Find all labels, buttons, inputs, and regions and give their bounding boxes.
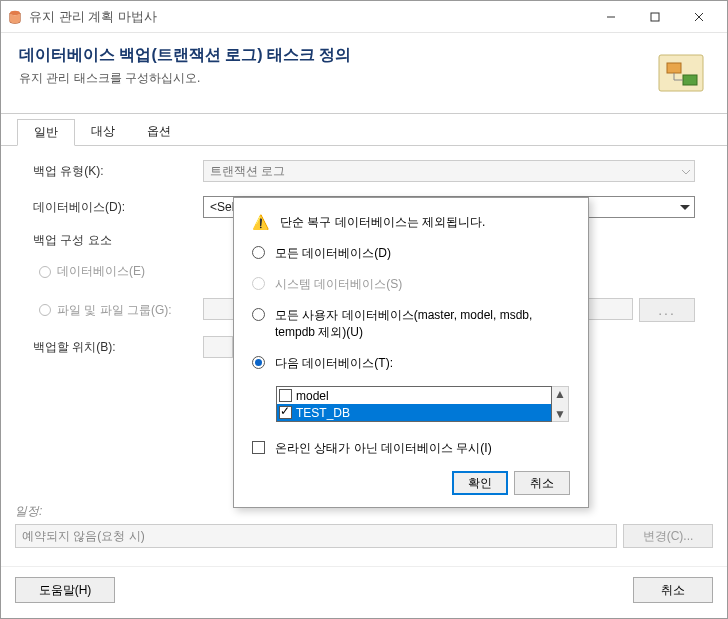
ok-button[interactable]: 확인 — [452, 471, 508, 495]
backup-to-combo — [203, 336, 233, 358]
database-radio-label: 데이터베이스(E) — [57, 263, 145, 280]
change-schedule-button: 변경(C)... — [623, 524, 713, 548]
chevron-down-icon — [682, 164, 690, 178]
cancel-button[interactable]: 취소 — [633, 577, 713, 603]
scroll-up-icon[interactable]: ▲ — [554, 387, 566, 401]
db-item[interactable]: TEST_DB — [277, 404, 551, 421]
db-checkbox[interactable] — [279, 389, 292, 402]
db-item-name: model — [296, 389, 329, 403]
header: 데이터베이스 백업(트랜잭션 로그) 태스크 정의 유지 관리 태스크를 구성하… — [1, 33, 727, 114]
files-radio-label: 파일 및 파일 그룹(G): — [57, 302, 172, 319]
tab-strip: 일반 대상 옵션 — [1, 114, 727, 146]
titlebar: 유지 관리 계획 마법사 — [1, 1, 727, 33]
db-item[interactable]: model — [277, 387, 551, 404]
ignore-offline-checkbox[interactable] — [252, 441, 265, 454]
svg-rect-6 — [667, 63, 681, 73]
backup-to-label: 백업할 위치(B): — [33, 339, 203, 356]
user-databases-radio[interactable] — [252, 308, 265, 321]
databases-label: 데이터베이스(D): — [33, 199, 203, 216]
svg-point-0 — [10, 10, 20, 14]
schedule-section: 일정: 예약되지 않음(요청 시) 변경(C)... — [15, 503, 713, 548]
schedule-value: 예약되지 않음(요청 시) — [15, 524, 617, 548]
components-label: 백업 구성 요소 — [33, 232, 203, 249]
database-listbox[interactable]: model TEST_DB — [276, 386, 552, 422]
header-subtitle: 유지 관리 태스크를 구성하십시오. — [19, 70, 653, 87]
ignore-offline-label: 온라인 상태가 아닌 데이터베이스 무시(I) — [275, 440, 492, 457]
header-text: 데이터베이스 백업(트랜잭션 로그) 태스크 정의 유지 관리 태스크를 구성하… — [19, 45, 653, 87]
svg-rect-2 — [651, 13, 659, 21]
database-selector-popup: ⚠️ 단순 복구 데이터베이스는 제외됩니다. 모든 데이터베이스(D) 시스템… — [233, 197, 589, 508]
backup-type-label: 백업 유형(K): — [33, 163, 203, 180]
maximize-button[interactable] — [633, 2, 677, 32]
tab-general[interactable]: 일반 — [17, 119, 75, 146]
all-databases-label: 모든 데이터베이스(D) — [275, 245, 391, 262]
these-databases-label: 다음 데이터베이스(T): — [275, 355, 393, 372]
all-databases-radio[interactable] — [252, 246, 265, 259]
database-radio — [39, 266, 51, 278]
browse-files-button: ... — [639, 298, 695, 322]
scroll-down-icon[interactable]: ▼ — [554, 407, 566, 421]
help-button[interactable]: 도움말(H) — [15, 577, 115, 603]
server-icon — [653, 45, 709, 101]
svg-rect-7 — [683, 75, 697, 85]
tab-destination[interactable]: 대상 — [75, 119, 131, 146]
user-databases-label: 모든 사용자 데이터베이스(master, model, msdb, tempd… — [275, 307, 570, 341]
listbox-scrollbar[interactable]: ▲ ▼ — [552, 386, 569, 422]
system-databases-radio — [252, 277, 265, 290]
app-icon — [7, 9, 23, 25]
wizard-window: 유지 관리 계획 마법사 데이터베이스 백업(트랜잭션 로그) 태스크 정의 유… — [0, 0, 728, 619]
warning-icon: ⚠️ — [252, 214, 270, 231]
wizard-footer: 도움말(H) < 뒤로(B) 다음(N) > 마침(F) >>| 취소 — [1, 566, 727, 613]
header-title: 데이터베이스 백업(트랜잭션 로그) 태스크 정의 — [19, 45, 653, 66]
minimize-button[interactable] — [589, 2, 633, 32]
files-radio — [39, 304, 51, 316]
db-checkbox[interactable] — [279, 406, 292, 419]
system-databases-label: 시스템 데이터베이스(S) — [275, 276, 402, 293]
close-button[interactable] — [677, 2, 721, 32]
tab-options[interactable]: 옵션 — [131, 119, 187, 146]
chevron-down-icon — [680, 200, 690, 214]
window-title: 유지 관리 계획 마법사 — [29, 8, 589, 26]
db-item-name: TEST_DB — [296, 406, 350, 420]
popup-cancel-button[interactable]: 취소 — [514, 471, 570, 495]
backup-type-value: 트랜잭션 로그 — [210, 163, 285, 180]
these-databases-radio[interactable] — [252, 356, 265, 369]
backup-type-combo: 트랜잭션 로그 — [203, 160, 695, 182]
warning-text: 단순 복구 데이터베이스는 제외됩니다. — [280, 214, 570, 231]
